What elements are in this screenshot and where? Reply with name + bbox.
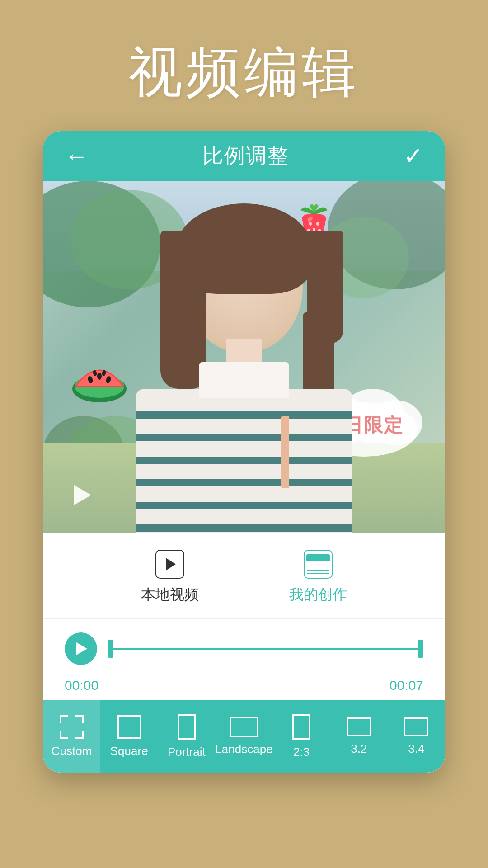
ratio-landscape-icon: [230, 717, 258, 737]
screen-title: 比例调整: [202, 142, 289, 170]
play-icon: [166, 558, 176, 571]
source-buttons-row: 本地视频 我的创作: [43, 533, 445, 619]
sticker-watermelon: [70, 344, 129, 402]
ratio-2-3[interactable]: 2:3: [273, 700, 330, 773]
video-area: 今日限定: [43, 181, 445, 533]
track-handle-left[interactable]: [108, 640, 113, 658]
svg-point-3: [97, 373, 102, 380]
square-box: [117, 715, 141, 739]
ratio-3-2-label: 3.2: [351, 742, 367, 756]
portrait-box: [178, 714, 196, 740]
ratio-custom-label: Custom: [52, 744, 92, 758]
bottom-controls: 本地视频 我的创作: [43, 533, 445, 773]
play-icon: [74, 485, 91, 505]
watermelon-svg: [70, 344, 129, 402]
ratio-portrait-icon: [178, 714, 196, 740]
playlist-line: [307, 570, 329, 571]
ratio-custom-icon: [60, 715, 84, 739]
ratio-portrait-label: Portrait: [168, 745, 206, 759]
sweater-stripe: [136, 479, 352, 486]
sweater-stripe: [136, 434, 352, 441]
turtleneck-collar: [199, 362, 289, 398]
time-labels: 00:00 00:07: [43, 674, 445, 700]
ratio-3-4-label: 3.4: [408, 742, 424, 756]
time-end: 00:07: [389, 678, 423, 693]
header-bar: ← 比例调整 ✓: [43, 131, 445, 181]
2-3-box: [292, 714, 310, 740]
timeline-play-button[interactable]: [65, 632, 97, 665]
track-handle-right[interactable]: [418, 640, 423, 658]
sweater-stripe: [136, 502, 352, 509]
corner-br: [75, 731, 84, 739]
hair-top: [176, 203, 312, 294]
sweater: [136, 389, 352, 533]
local-video-button[interactable]: 本地视频: [141, 550, 199, 605]
ratio-portrait[interactable]: Portrait: [158, 700, 215, 773]
ratio-3-2[interactable]: 3.2: [330, 700, 388, 773]
ratio-custom[interactable]: Custom: [43, 700, 100, 773]
ratio-2-3-icon: [292, 714, 310, 740]
corner-tl: [60, 715, 68, 723]
ratio-2-3-label: 2:3: [293, 745, 310, 759]
playlist-lines: [305, 570, 332, 574]
track-line: [108, 648, 423, 650]
playlist-top-bar: [306, 554, 330, 561]
my-creation-button[interactable]: 我的创作: [289, 550, 347, 605]
phone-card: ← 比例调整 ✓: [43, 131, 445, 773]
ratio-3-4-icon: [404, 717, 428, 736]
timeline-area: [43, 619, 445, 674]
my-creation-label: 我的创作: [289, 585, 347, 605]
ratio-square-label: Square: [110, 744, 148, 758]
expand-icon: [60, 715, 84, 739]
ratio-square[interactable]: Square: [100, 700, 158, 773]
play-circle-icon: [76, 642, 87, 655]
bag-strap: [281, 416, 289, 488]
confirm-button[interactable]: ✓: [404, 142, 423, 170]
sweater-stripe: [136, 457, 352, 464]
my-creation-icon: [304, 550, 333, 579]
svg-point-7: [309, 222, 312, 226]
corner-tr: [75, 715, 84, 723]
page-title: 视频编辑: [0, 36, 488, 110]
ratio-landscape[interactable]: Landscape: [215, 700, 272, 773]
playlist-line: [307, 573, 329, 574]
local-video-icon: [155, 550, 184, 579]
ratio-landscape-label: Landscape: [215, 742, 272, 756]
time-start: 00:00: [65, 678, 99, 693]
svg-point-8: [316, 222, 319, 226]
local-video-label: 本地视频: [141, 585, 199, 605]
timeline-track[interactable]: [108, 640, 423, 658]
aspect-ratio-bar: Custom Square Portrait: [43, 700, 445, 773]
landscape-box: [230, 717, 258, 737]
ratio-3-2-icon: [347, 717, 371, 736]
video-play-button[interactable]: [66, 479, 97, 511]
ratio-square-icon: [117, 715, 141, 739]
3-2-box: [347, 717, 371, 736]
corner-bl: [60, 731, 68, 739]
back-button[interactable]: ←: [65, 144, 88, 168]
3-4-box: [404, 717, 428, 736]
sweater-stripe: [136, 524, 352, 532]
sweater-stripe: [136, 411, 352, 419]
ratio-3-4[interactable]: 3.4: [388, 700, 445, 773]
